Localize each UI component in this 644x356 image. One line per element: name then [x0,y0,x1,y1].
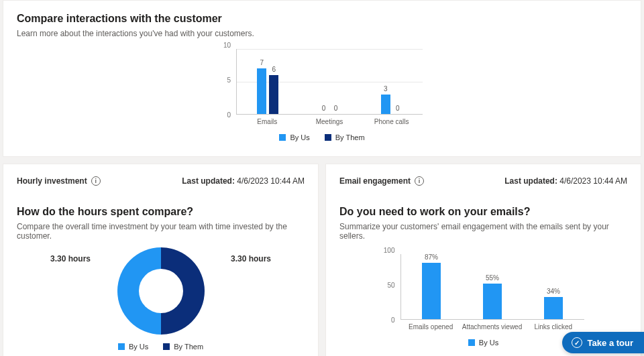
legend-label: By Us [129,343,148,351]
check-circle-icon: ✓ [572,337,582,348]
x-category: Links clicked [523,322,584,331]
x-category: Phone calls [360,117,423,125]
bar: 55% [483,284,502,319]
y-tick: 100 [384,247,395,254]
donut-label-by-them: 3.30 hours [231,254,271,263]
legend-label: By Them [335,133,365,141]
hourly-legend: By Us By Them [17,343,305,351]
y-tick: 0 [391,316,395,324]
info-icon[interactable]: i [91,176,101,186]
legend-swatch-by-us [279,134,286,141]
bar: 87% [422,263,441,319]
hourly-last-updated: Last updated: 4/6/2023 10:44 AM [182,176,305,186]
x-category: Emails opened [400,322,462,331]
interactions-chart: 10 5 0 760030 EmailsMeetingsPhone calls [17,45,627,125]
interactions-subtitle: Learn more about the interactions you've… [17,29,627,38]
engagement-title: Do you need to work on your emails? [339,206,627,218]
hourly-title: How do the hours spent compare? [17,206,305,218]
y-tick: 50 [387,282,394,289]
legend-label: By Us [479,339,498,347]
legend-label: By Them [174,343,203,351]
hourly-investment-card: Hourly investment i Last updated: 4/6/20… [3,164,319,356]
info-icon[interactable]: i [415,176,424,186]
legend-swatch-by-them [163,343,170,350]
legend-swatch-by-us [118,343,125,350]
engagement-header: Email engagement [339,176,411,186]
bar: 6 [269,75,278,114]
interactions-title: Compare interactions with the customer [17,13,627,25]
legend-swatch-by-them [325,134,331,141]
interactions-card: Compare interactions with the customer L… [3,0,641,157]
bar: 34% [544,297,563,319]
x-category: Meetings [299,117,361,125]
x-category: Emails [236,117,299,125]
legend-swatch-by-us [468,339,475,346]
take-a-tour-button[interactable]: ✓ Take a tour [562,332,644,353]
hourly-subtitle: Compare the overall time investment by y… [17,222,305,241]
email-engagement-card: Email engagement i Last updated: 4/6/202… [325,164,641,356]
engagement-chart: 100 50 0 87%55%34% Emails openedAttachme… [383,250,584,331]
hourly-header: Hourly investment [17,176,87,186]
donut-label-by-us: 3.30 hours [50,254,91,263]
bar: 3 [381,95,390,114]
y-tick: 5 [227,76,231,84]
legend-label: By Us [290,133,309,141]
engagement-last-updated: Last updated: 4/6/2023 10:44 AM [504,176,627,186]
interactions-legend: By Us By Them [17,133,627,141]
hourly-donut-chart: 3.30 hours 3.30 hours [17,247,305,335]
engagement-subtitle: Summarize your customers' email engageme… [339,222,627,241]
bar: 7 [257,68,266,114]
x-category: Attachments viewed [462,322,523,331]
y-tick: 0 [227,111,231,119]
y-tick: 10 [223,42,231,49]
